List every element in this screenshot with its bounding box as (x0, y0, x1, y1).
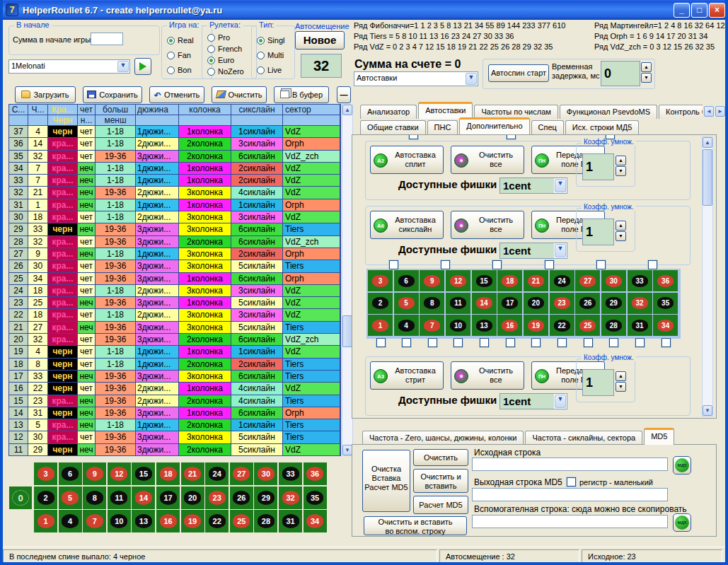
roulette-cell-7[interactable]: 7 (83, 510, 106, 532)
roulette-cell-9[interactable]: 9 (420, 270, 444, 291)
table-row[interactable]: 1523кра...неч19-362дюжи...2колонка4сикла… (9, 395, 340, 407)
roulette-cell-1[interactable]: 1 (368, 315, 393, 336)
roulette-cell-8[interactable]: 8 (420, 293, 444, 314)
table-row[interactable]: 374чернчет1-181дюжи...1колонка1сиклайнVd… (9, 126, 340, 138)
new-spin-button[interactable]: Новое (295, 31, 345, 49)
roulette-cell-3[interactable]: 3 (34, 462, 57, 485)
md5-output-input[interactable] (472, 488, 668, 501)
roulette-cell-4[interactable]: 4 (59, 510, 82, 532)
table-row[interactable]: 279кра...неч1-181дюжи...3колонка2сиклайн… (9, 248, 340, 260)
scroll-down-icon[interactable]: ▼ (703, 405, 712, 416)
table-row[interactable]: 135кра...неч1-181дюжи...2колонка1сиклайн… (9, 419, 340, 431)
roulette-cell-36[interactable]: 36 (653, 270, 678, 291)
roulette-cell-34[interactable]: 34 (304, 510, 327, 532)
table-row[interactable]: 194чернчет1-181дюжи...1колонка1сиклайнVd… (9, 346, 340, 358)
start-sum-input[interactable] (91, 33, 123, 45)
chevron-down-icon[interactable]: ▼ (117, 61, 129, 72)
md5-aux-input[interactable] (472, 515, 668, 528)
roulette-cell-35[interactable]: 35 (653, 293, 678, 314)
roulette-cell-24[interactable]: 24 (205, 462, 229, 485)
table-row[interactable]: 3221кра...неч19-362дюжи...3колонка4сикла… (9, 187, 340, 199)
roulette-cell-23[interactable]: 23 (550, 293, 574, 314)
roulette-cell-8[interactable]: 8 (83, 487, 106, 509)
table-row[interactable]: 1230кра...чет19-363дюжи...3колонка5сикла… (9, 431, 340, 443)
sixline-checkbox[interactable] (648, 260, 657, 269)
roulette-cell-30[interactable]: 30 (601, 270, 626, 291)
street-checkbox[interactable] (428, 338, 437, 347)
tab-scroll-left-icon[interactable]: ◄ (704, 106, 714, 117)
roulette-cell-33[interactable]: 33 (628, 270, 652, 291)
radio-french[interactable]: French (207, 45, 242, 53)
md5-clear-button[interactable]: Очистить (413, 449, 468, 466)
clipped-checkbox[interactable] (507, 134, 516, 139)
tab-частота-сиклайны-сектора[interactable]: Частота - сиклайны, сектора (525, 431, 642, 445)
street-checkbox[interactable] (376, 338, 386, 347)
roulette-cell-5[interactable]: 5 (59, 487, 82, 509)
md5-clear-insert-button[interactable]: Очистить ивставить (413, 469, 468, 493)
roulette-cell-18[interactable]: 18 (497, 270, 522, 291)
roulette-cell-9[interactable]: 9 (83, 462, 106, 485)
roulette-cell-28[interactable]: 28 (601, 315, 626, 336)
roulette-cell-36[interactable]: 36 (304, 462, 327, 485)
tab-общие-ставки[interactable]: Общие ставки (360, 120, 426, 134)
roulette-cell-24[interactable]: 24 (550, 270, 574, 291)
roulette-cell-17[interactable]: 17 (497, 293, 522, 314)
table-row[interactable]: 2325кра...неч19-363дюжи...1колонка5сикла… (9, 297, 340, 309)
roulette-cell-22[interactable]: 22 (550, 315, 574, 336)
street-checkbox[interactable] (402, 338, 411, 347)
roulette-cell-16[interactable]: 16 (497, 315, 522, 336)
radio-euro[interactable]: Euro (207, 56, 234, 64)
roulette-cell-19[interactable]: 19 (524, 315, 548, 336)
roulette-cell-12[interactable]: 12 (446, 270, 470, 291)
table-row[interactable]: 2032кра...чет19-363дюжи...2колонка6сикла… (9, 334, 340, 346)
radio-bon[interactable]: Bon (167, 66, 192, 74)
street-checkbox[interactable] (635, 338, 645, 347)
roulette-cell-2[interactable]: 2 (368, 293, 393, 314)
tab-md5[interactable]: MD5 (644, 428, 674, 445)
toolbar-copy-clipboard-button[interactable]: В буфер (274, 86, 329, 103)
roulette-cell-30[interactable]: 30 (254, 462, 277, 485)
roulette-cell-33[interactable]: 33 (279, 462, 302, 485)
minimize-button[interactable]: _ (674, 3, 690, 18)
roulette-cell-17[interactable]: 17 (156, 487, 180, 509)
panel-scroll-thumb[interactable] (703, 149, 712, 206)
roulette-cell-10[interactable]: 10 (446, 315, 470, 336)
collapse-button[interactable]: — (337, 86, 351, 103)
scroll-up-icon[interactable]: ▲ (342, 105, 352, 115)
tab-исх-строки-мд5[interactable]: Исх. строки МД5 (565, 120, 640, 134)
roulette-cell-16[interactable]: 16 (156, 510, 180, 532)
sixline-checkbox[interactable] (441, 260, 450, 269)
scroll-up-icon[interactable]: ▲ (703, 137, 712, 148)
tab-пнс[interactable]: ПНС (427, 120, 458, 134)
tab-частота-zero-шансы-дюжины-колонки[interactable]: Частота - Zero, шансы, дюжины, колонки (362, 431, 524, 445)
delay-spinner[interactable]: 0 ▲▼ (601, 61, 652, 86)
chevron-down-icon[interactable]: ▼ (466, 73, 477, 85)
toolbar-open-folder-button[interactable]: Загрузить (15, 86, 76, 103)
roulette-cell-31[interactable]: 31 (279, 510, 302, 532)
roulette-cell-3[interactable]: 3 (368, 270, 393, 291)
history-scroll-thumb[interactable] (342, 315, 352, 347)
roulette-cell-27[interactable]: 27 (230, 462, 253, 485)
roulette-cell-15[interactable]: 15 (132, 462, 155, 485)
clipped-checkbox[interactable] (606, 134, 615, 139)
scroll-down-icon[interactable]: ▼ (342, 445, 352, 455)
roulette-cell-6[interactable]: 6 (59, 462, 82, 485)
profile-combo[interactable]: 1Melonati ▼ (8, 59, 130, 74)
roulette-cell-1[interactable]: 1 (34, 510, 57, 532)
roulette-cell-18[interactable]: 18 (156, 462, 180, 485)
roulette-cell-26[interactable]: 26 (575, 293, 600, 314)
roulette-cell-21[interactable]: 21 (181, 462, 204, 485)
roulette-cell-11[interactable]: 11 (446, 293, 470, 314)
roulette-cell-13[interactable]: 13 (472, 315, 497, 336)
roulette-cell-11[interactable]: 11 (108, 487, 131, 509)
md5-combined-button[interactable]: ОчисткаВставкаРасчет MD5 (362, 450, 410, 512)
toolbar-undo-arrow-button[interactable]: ↶Отменить (149, 86, 204, 103)
roulette-cell-13[interactable]: 13 (132, 510, 155, 532)
table-row[interactable]: 3614кра...чет1-182дюжи...2колонка3сиклай… (9, 138, 340, 150)
roulette-cell-4[interactable]: 4 (394, 315, 419, 336)
radio-pro[interactable]: Pro (207, 33, 230, 42)
table-row[interactable]: 337кра...неч1-181дюжи...1колонка2сиклайн… (9, 175, 340, 187)
roulette-cell-21[interactable]: 21 (524, 270, 548, 291)
roulette-cell-34[interactable]: 34 (653, 315, 678, 336)
md5-lowercase-checkbox[interactable] (567, 477, 576, 487)
